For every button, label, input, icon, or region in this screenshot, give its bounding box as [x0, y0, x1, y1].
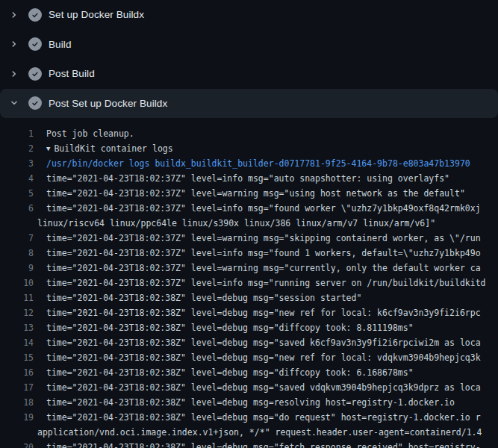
log-line-number[interactable]: 18	[0, 397, 34, 408]
log-line-number[interactable]: 16	[0, 367, 34, 378]
check-circle-icon	[28, 96, 42, 110]
log-line: 19time="2021-04-23T18:02:38Z" level=debu…	[0, 410, 498, 425]
step-label: Post Build	[49, 68, 95, 79]
log-line-number[interactable]: 20	[0, 442, 34, 448]
check-circle-icon	[28, 67, 42, 81]
log-line-number[interactable]: 14	[0, 337, 34, 348]
log-command-text: /usr/bin/docker logs buildx_buildkit_bui…	[46, 158, 470, 169]
log-line-number[interactable]: 6	[0, 203, 34, 214]
log-group-toggle[interactable]: ▼BuildKit container logs	[46, 143, 173, 154]
log-line-number[interactable]: 10	[0, 278, 34, 288]
log-line: 3/usr/bin/docker logs buildx_buildkit_bu…	[0, 156, 498, 171]
log-line: 5time="2021-04-23T18:02:37Z" level=warni…	[0, 186, 498, 201]
log-line-number[interactable]: 2	[0, 143, 34, 154]
step-header-post-build[interactable]: Post Build	[0, 59, 498, 89]
log-line: 11time="2021-04-23T18:02:38Z" level=debu…	[0, 290, 498, 305]
log-line: 6time="2021-04-23T18:02:37Z" level=info …	[0, 201, 498, 216]
log-lines: 1Post job cleanup.2▼BuildKit container l…	[0, 118, 498, 448]
log-line: 13time="2021-04-23T18:02:38Z" level=debu…	[0, 320, 498, 335]
check-circle-icon	[28, 37, 42, 51]
steps-list: Set up Docker Buildx Build Post Build Po…	[0, 0, 498, 118]
log-line-text: time="2021-04-23T18:02:37Z" level=info m…	[46, 248, 481, 258]
log-line-text: time="2021-04-23T18:02:38Z" level=debug …	[46, 352, 481, 363]
step-header-set-up-docker-buildx[interactable]: Set up Docker Buildx	[0, 0, 498, 30]
log-line-text: Post job cleanup.	[46, 128, 134, 139]
log-line: application/vnd.oci.image.index.v1+json,…	[0, 425, 498, 440]
chevron-right-icon	[9, 69, 19, 79]
log-line-text: time="2021-04-23T18:02:37Z" level=warnin…	[46, 233, 481, 243]
check-circle-icon	[28, 8, 42, 22]
log-line-text: time="2021-04-23T18:02:38Z" level=debug …	[46, 382, 481, 393]
log-line: 4time="2021-04-23T18:02:37Z" level=info …	[0, 171, 498, 186]
chevron-right-icon	[9, 10, 19, 20]
log-line-text: time="2021-04-23T18:02:37Z" level=info m…	[46, 173, 449, 184]
chevron-right-icon	[9, 39, 19, 49]
log-line-number[interactable]: 4	[0, 173, 34, 184]
log-line-number[interactable]: 5	[0, 188, 34, 199]
step-label: Build	[49, 39, 72, 50]
chevron-down-icon	[9, 98, 19, 108]
log-line-text: time="2021-04-23T18:02:37Z" level=warnin…	[46, 188, 465, 199]
log-line: 14time="2021-04-23T18:02:38Z" level=debu…	[0, 335, 498, 350]
log-line-text: time="2021-04-23T18:02:38Z" level=debug …	[46, 293, 361, 303]
log-line-number[interactable]: 9	[0, 263, 34, 273]
log-line-number[interactable]: 1	[0, 128, 34, 139]
log-line: linux/riscv64 linux/ppc64le linux/s390x …	[0, 216, 498, 231]
log-line: 1Post job cleanup.	[0, 126, 498, 141]
log-line: 12time="2021-04-23T18:02:38Z" level=debu…	[0, 305, 498, 320]
log-line-text: time="2021-04-23T18:02:38Z" level=debug …	[46, 337, 481, 348]
log-line-number[interactable]: 17	[0, 382, 34, 393]
log-line-text: time="2021-04-23T18:02:37Z" level=info m…	[46, 203, 481, 214]
log-line-text: time="2021-04-23T18:02:38Z" level=debug …	[46, 442, 481, 448]
step-label: Set up Docker Buildx	[49, 9, 144, 20]
log-line-text: time="2021-04-23T18:02:38Z" level=debug …	[46, 308, 481, 318]
group-expanded-triangle-icon: ▼	[46, 145, 50, 152]
log-line-text: time="2021-04-23T18:02:37Z" level=warnin…	[46, 263, 481, 273]
log-line: 2▼BuildKit container logs	[0, 141, 498, 156]
log-line: 16time="2021-04-23T18:02:38Z" level=debu…	[0, 365, 498, 380]
log-line-number[interactable]: 7	[0, 233, 34, 243]
log-line-number[interactable]: 3	[0, 158, 34, 169]
log-line-text: time="2021-04-23T18:02:37Z" level=info m…	[46, 278, 486, 288]
log-line: 9time="2021-04-23T18:02:37Z" level=warni…	[0, 261, 498, 276]
log-line-text: time="2021-04-23T18:02:38Z" level=debug …	[46, 367, 414, 378]
log-line-number[interactable]: 11	[0, 293, 34, 303]
log-line: 8time="2021-04-23T18:02:37Z" level=info …	[0, 246, 498, 261]
log-line: 7time="2021-04-23T18:02:37Z" level=warni…	[0, 231, 498, 246]
log-line-number[interactable]: 13	[0, 323, 34, 333]
step-label: Post Set up Docker Buildx	[49, 98, 167, 109]
log-line-number[interactable]: 12	[0, 308, 34, 318]
log-line-text: application/vnd.oci.image.index.v1+json,…	[37, 427, 482, 438]
log-line-text: linux/riscv64 linux/ppc64le linux/s390x …	[37, 218, 435, 228]
log-line-number[interactable]: 15	[0, 352, 34, 363]
step-header-build[interactable]: Build	[0, 30, 498, 60]
log-line-text: time="2021-04-23T18:02:38Z" level=debug …	[46, 412, 481, 423]
log-line: 10time="2021-04-23T18:02:37Z" level=info…	[0, 276, 498, 290]
log-line: 15time="2021-04-23T18:02:38Z" level=debu…	[0, 350, 498, 365]
log-line-number[interactable]: 8	[0, 248, 34, 258]
log-line-number[interactable]: 19	[0, 412, 34, 423]
log-line: 18time="2021-04-23T18:02:38Z" level=debu…	[0, 395, 498, 410]
log-line: 17time="2021-04-23T18:02:38Z" level=debu…	[0, 380, 498, 395]
step-header-post-set-up-docker-buildx[interactable]: Post Set up Docker Buildx	[0, 89, 498, 119]
log-line-text: time="2021-04-23T18:02:38Z" level=debug …	[46, 397, 455, 408]
log-line: 20time="2021-04-23T18:02:38Z" level=debu…	[0, 440, 498, 448]
log-line-text: time="2021-04-23T18:02:38Z" level=debug …	[46, 323, 414, 333]
